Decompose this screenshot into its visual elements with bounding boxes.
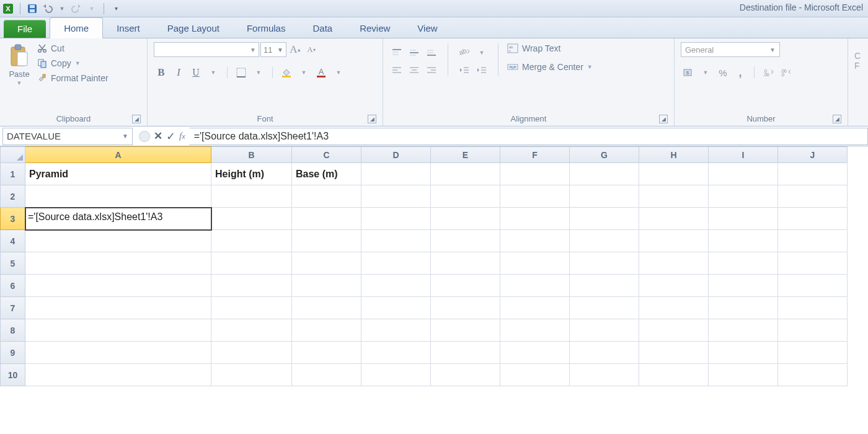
- select-all-corner[interactable]: [1, 147, 25, 163]
- cell-B5[interactable]: [211, 252, 292, 275]
- cell-D4[interactable]: [361, 230, 431, 252]
- cell-G7[interactable]: [570, 297, 639, 319]
- copy-button[interactable]: Copy ▼: [37, 57, 108, 69]
- cell-G10[interactable]: [570, 364, 639, 386]
- tab-file[interactable]: File: [4, 20, 46, 38]
- col-header-F[interactable]: F: [500, 147, 570, 163]
- cell-D9[interactable]: [361, 342, 431, 364]
- cell-A4[interactable]: [25, 230, 211, 252]
- clipboard-dialog-launcher[interactable]: ◢: [132, 115, 141, 123]
- cell-A2[interactable]: [25, 185, 211, 208]
- cell-J9[interactable]: [778, 342, 848, 364]
- cell-E7[interactable]: [431, 297, 500, 319]
- cell-C6[interactable]: [292, 275, 361, 297]
- col-header-C[interactable]: C: [292, 147, 361, 163]
- cell-F3[interactable]: [500, 208, 570, 230]
- cell-G5[interactable]: [570, 252, 639, 275]
- fx-icon[interactable]: fx: [179, 131, 185, 141]
- grid[interactable]: A B C D E F G H I J 1 Pyramid Height (m)…: [0, 146, 848, 386]
- cell-D5[interactable]: [361, 252, 431, 275]
- tab-page-layout[interactable]: Page Layout: [154, 18, 233, 38]
- cell-A1[interactable]: Pyramid: [25, 163, 211, 185]
- cell-B2[interactable]: [211, 185, 292, 208]
- cell-I5[interactable]: [709, 252, 778, 275]
- row-header-1[interactable]: 1: [1, 163, 25, 185]
- row-header-3[interactable]: 3: [1, 208, 25, 230]
- cell-H3[interactable]: [639, 208, 709, 230]
- alignment-dialog-launcher[interactable]: ◢: [659, 115, 668, 123]
- name-box[interactable]: DATEVALUE ▼: [2, 128, 133, 145]
- font-dialog-launcher[interactable]: ◢: [368, 115, 376, 123]
- cell-F7[interactable]: [500, 297, 570, 319]
- cell-A10[interactable]: [25, 364, 211, 386]
- number-format-select[interactable]: General ▼: [681, 42, 780, 57]
- font-color-button[interactable]: A: [314, 66, 329, 79]
- cell-B1[interactable]: Height (m): [211, 163, 292, 185]
- cell-B3[interactable]: [211, 208, 292, 230]
- accounting-dropdown-icon[interactable]: ▼: [698, 66, 713, 79]
- save-icon[interactable]: [27, 3, 38, 14]
- cell-H5[interactable]: [639, 252, 709, 275]
- cell-F8[interactable]: [500, 319, 570, 342]
- row-header-2[interactable]: 2: [1, 185, 25, 208]
- paste-dropdown-icon[interactable]: ▼: [17, 80, 22, 86]
- bold-button[interactable]: B: [154, 66, 169, 79]
- cell-C4[interactable]: [292, 230, 361, 252]
- cell-D10[interactable]: [361, 364, 431, 386]
- cell-E9[interactable]: [431, 342, 500, 364]
- tab-insert[interactable]: Insert: [103, 18, 154, 38]
- redo-dropdown-icon[interactable]: ▼: [86, 3, 97, 14]
- cell-C3[interactable]: [292, 208, 361, 230]
- cell-H2[interactable]: [639, 185, 709, 208]
- cell-G9[interactable]: [570, 342, 639, 364]
- cell-J6[interactable]: [778, 275, 848, 297]
- cell-G1[interactable]: [570, 163, 639, 185]
- italic-button[interactable]: I: [171, 66, 186, 79]
- font-name-select[interactable]: ▼: [154, 42, 259, 57]
- cancel-icon[interactable]: ✕: [154, 130, 162, 143]
- cell-F9[interactable]: [500, 342, 570, 364]
- cell-D7[interactable]: [361, 297, 431, 319]
- cell-B10[interactable]: [211, 364, 292, 386]
- cell-I8[interactable]: [709, 319, 778, 342]
- cut-button[interactable]: Cut: [37, 42, 108, 55]
- cell-J4[interactable]: [778, 230, 848, 252]
- cell-F2[interactable]: [500, 185, 570, 208]
- font-size-select[interactable]: 11 ▼: [260, 42, 286, 57]
- number-dialog-launcher[interactable]: ◢: [833, 115, 841, 123]
- font-color-dropdown-icon[interactable]: ▼: [331, 66, 346, 79]
- col-header-I[interactable]: I: [709, 147, 778, 163]
- align-middle-button[interactable]: [407, 46, 422, 60]
- col-header-E[interactable]: E: [431, 147, 500, 163]
- cell-E4[interactable]: [431, 230, 500, 252]
- cell-F10[interactable]: [500, 364, 570, 386]
- cell-H7[interactable]: [639, 297, 709, 319]
- cell-I9[interactable]: [709, 342, 778, 364]
- row-header-9[interactable]: 9: [1, 342, 25, 364]
- grow-font-button[interactable]: A▴: [288, 43, 303, 56]
- cell-G2[interactable]: [570, 185, 639, 208]
- cell-G3[interactable]: [570, 208, 639, 230]
- cell-E3[interactable]: [431, 208, 500, 230]
- align-center-button[interactable]: [407, 63, 422, 77]
- merge-dropdown-icon[interactable]: ▼: [587, 64, 593, 70]
- row-header-8[interactable]: 8: [1, 319, 25, 342]
- cell-B6[interactable]: [211, 275, 292, 297]
- enter-icon[interactable]: ✓: [166, 130, 175, 143]
- cell-A3[interactable]: ='[Source data.xlsx]Sheet1'!A3: [25, 208, 211, 230]
- tab-data[interactable]: Data: [299, 18, 346, 38]
- increase-indent-button[interactable]: [474, 63, 489, 77]
- cell-J2[interactable]: [778, 185, 848, 208]
- tab-home[interactable]: Home: [50, 17, 103, 38]
- cell-C9[interactable]: [292, 342, 361, 364]
- cell-C5[interactable]: [292, 252, 361, 275]
- cell-J1[interactable]: [778, 163, 848, 185]
- cell-J10[interactable]: [778, 364, 848, 386]
- col-header-G[interactable]: G: [570, 147, 639, 163]
- tab-review[interactable]: Review: [346, 18, 404, 38]
- row-header-10[interactable]: 10: [1, 364, 25, 386]
- cancel-circle-icon[interactable]: [139, 131, 150, 142]
- cell-H6[interactable]: [639, 275, 709, 297]
- paste-button[interactable]: Paste ▼: [6, 42, 32, 87]
- cell-C7[interactable]: [292, 297, 361, 319]
